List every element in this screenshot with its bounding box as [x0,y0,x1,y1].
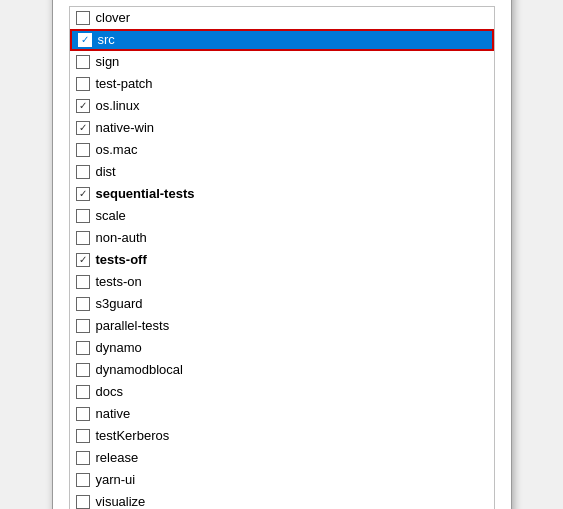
item-label: dynamo [96,340,142,355]
list-item[interactable]: sign [70,51,494,73]
checkbox[interactable] [76,319,90,333]
item-label: tests-off [96,252,147,267]
checkbox[interactable] [76,77,90,91]
item-label: dist [96,164,116,179]
list-item[interactable]: clover [70,7,494,29]
item-label: visualize [96,494,146,509]
item-label: tests-on [96,274,142,289]
item-label: clover [96,10,131,25]
checkbox[interactable] [76,275,90,289]
list-item[interactable]: dynamo [70,337,494,359]
checkbox[interactable] [78,33,92,47]
item-label: non-auth [96,230,147,245]
item-label: sequential-tests [96,186,195,201]
item-label: os.linux [96,98,140,113]
dialog-content: Select profiles: cloversrcsigntest-patch… [53,0,511,509]
checkbox[interactable] [76,407,90,421]
item-label: testKerberos [96,428,170,443]
list-item[interactable]: dist [70,161,494,183]
checkbox[interactable] [76,363,90,377]
list-item[interactable]: dynamodblocal [70,359,494,381]
item-label: os.mac [96,142,138,157]
checkbox[interactable] [76,55,90,69]
list-item[interactable]: sequential-tests [70,183,494,205]
list-item[interactable]: s3guard [70,293,494,315]
checkbox[interactable] [76,473,90,487]
list-item[interactable]: non-auth [70,227,494,249]
item-label: s3guard [96,296,143,311]
checkbox[interactable] [76,165,90,179]
item-label: yarn-ui [96,472,136,487]
checkbox[interactable] [76,209,90,223]
checkbox[interactable] [76,429,90,443]
list-item[interactable]: yarn-ui [70,469,494,491]
list-item[interactable]: os.mac [70,139,494,161]
list-item[interactable]: native-win [70,117,494,139]
item-label: parallel-tests [96,318,170,333]
item-label: native [96,406,131,421]
list-item[interactable]: scale [70,205,494,227]
item-label: dynamodblocal [96,362,183,377]
checkbox[interactable] [76,231,90,245]
list-item[interactable]: docs [70,381,494,403]
checkbox[interactable] [76,451,90,465]
item-label: native-win [96,120,155,135]
list-item[interactable]: native [70,403,494,425]
checkbox[interactable] [76,99,90,113]
profiles-list[interactable]: cloversrcsigntest-patchos.linuxnative-wi… [69,6,495,510]
item-label: scale [96,208,126,223]
item-label: release [96,450,139,465]
list-item[interactable]: visualize [70,491,494,510]
list-item[interactable]: os.linux [70,95,494,117]
checkbox[interactable] [76,143,90,157]
list-item[interactable]: tests-off [70,249,494,271]
checkbox[interactable] [76,121,90,135]
checkbox[interactable] [76,495,90,509]
list-item[interactable]: parallel-tests [70,315,494,337]
list-item[interactable]: testKerberos [70,425,494,447]
list-item[interactable]: tests-on [70,271,494,293]
list-item[interactable]: release [70,447,494,469]
checkbox[interactable] [76,297,90,311]
checkbox[interactable] [76,341,90,355]
item-label: sign [96,54,120,69]
import-project-dialog: ⬇ Import Project × Select profiles: clov… [52,0,512,509]
checkbox[interactable] [76,187,90,201]
checkbox[interactable] [76,253,90,267]
checkbox[interactable] [76,385,90,399]
item-label: docs [96,384,123,399]
list-item[interactable]: test-patch [70,73,494,95]
item-label: src [98,32,115,47]
checkbox[interactable] [76,11,90,25]
item-label: test-patch [96,76,153,91]
list-item[interactable]: src [70,29,494,51]
